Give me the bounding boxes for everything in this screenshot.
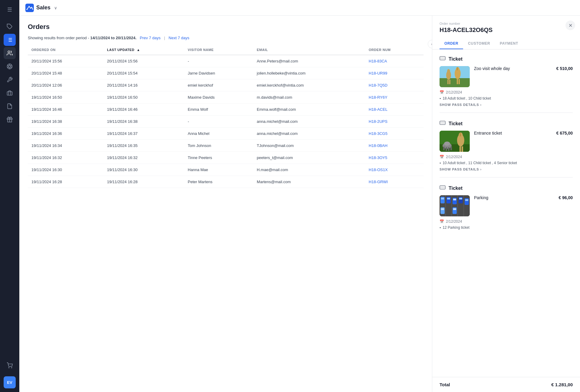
svg-rect-22 xyxy=(440,56,445,60)
svg-rect-27 xyxy=(448,69,449,72)
ticket-date-value-3: 2/12/2024 xyxy=(446,219,462,224)
content-area: Orders » Showing results from order peri… xyxy=(19,16,580,392)
table-row: 19/11/2024 16:32 19/11/2024 16:32 Tinne … xyxy=(28,152,424,164)
order-link-2[interactable]: H18-7Q5D xyxy=(369,83,388,88)
svg-point-18 xyxy=(9,368,9,368)
cell-order-num-7[interactable]: H18-0BAH xyxy=(365,140,424,152)
calendar-icon-1: 📅 xyxy=(440,90,444,94)
show-pass-details-1[interactable]: SHOW PASS DETAILS › xyxy=(440,103,573,107)
user-avatar[interactable]: EV xyxy=(4,376,16,388)
cell-last-updated-0: 20/11/2024 15:56 xyxy=(103,55,184,67)
calendar-icon-3: 📅 xyxy=(440,219,444,224)
col-ordered-on[interactable]: ORDERED ON xyxy=(28,45,103,55)
order-link-5[interactable]: H18-2UPS xyxy=(369,119,388,124)
cell-order-num-6[interactable]: H18-3CG5 xyxy=(365,128,424,140)
table-row: 19/11/2024 16:46 19/11/2024 16:46 Emma W… xyxy=(28,104,424,116)
order-link-6[interactable]: H18-3CG5 xyxy=(369,131,388,136)
svg-rect-57 xyxy=(441,198,444,199)
col-visitor-name[interactable]: VISITOR NAME xyxy=(184,45,253,55)
order-link-7[interactable]: H18-0BAH xyxy=(369,143,388,148)
sort-arrow-icon: ▲ xyxy=(137,48,140,52)
cell-ordered-on-9: 19/11/2024 16:30 xyxy=(28,164,103,176)
table-row: 20/11/2024 15:56 20/11/2024 15:56 - Anne… xyxy=(28,55,424,67)
svg-rect-34 xyxy=(459,79,460,84)
col-last-updated[interactable]: LAST UPDATED ▲ xyxy=(103,45,184,55)
id-card-icon[interactable] xyxy=(4,87,16,99)
order-link-8[interactable]: H18-3OY5 xyxy=(369,155,387,160)
order-link-0[interactable]: H18-83CA xyxy=(369,59,387,63)
cell-last-updated-5: 19/11/2024 16:38 xyxy=(103,116,184,128)
order-link-1[interactable]: H18-UR99 xyxy=(369,71,387,75)
ticket-date-2: 📅 2/12/2024 xyxy=(440,155,573,159)
ticket-qty-1: ▪ 18 Adult ticket , 10 Child ticket xyxy=(440,96,573,100)
promotions-icon[interactable] xyxy=(4,60,16,72)
cell-order-num-2[interactable]: H18-7Q5D xyxy=(365,79,424,91)
col-order-num[interactable]: ORDER NUM xyxy=(365,45,424,55)
detail-header: ✕ Order number H18-ACEL32O6QS ORDER CUST… xyxy=(432,16,580,49)
tag-icon[interactable] xyxy=(4,21,16,33)
cell-order-num-1[interactable]: H18-UR99 xyxy=(365,67,424,79)
tab-order[interactable]: ORDER xyxy=(440,38,463,49)
cell-last-updated-1: 20/11/2024 15:54 xyxy=(103,67,184,79)
cell-visitor-name-3: Maxime Davids xyxy=(184,91,253,104)
topbar: Sales ∨ xyxy=(19,0,580,16)
prev-7-days-link[interactable]: Prev 7 days xyxy=(140,36,161,40)
order-link-10[interactable]: H18-GRWI xyxy=(369,180,388,184)
separator: | xyxy=(164,36,165,40)
cell-order-num-3[interactable]: H18-RY6Y xyxy=(365,91,424,104)
svg-rect-35 xyxy=(440,121,445,124)
col-email[interactable]: EMAIL xyxy=(253,45,365,55)
cell-order-num-8[interactable]: H18-3OY5 xyxy=(365,152,424,164)
ticket-qty-3: ▪ 12 Parking ticket xyxy=(440,225,573,230)
table-row: 19/11/2024 16:50 19/11/2024 16:50 Maxime… xyxy=(28,91,424,104)
hamburger-icon[interactable]: ☰ xyxy=(4,4,16,16)
cell-visitor-name-7: Tom Johnson xyxy=(184,140,253,152)
ticket-qty-2: ▪ 10 Adult ticket , 11 Child ticket , 4 … xyxy=(440,161,573,165)
cell-order-num-9[interactable]: H18-OS1X xyxy=(365,164,424,176)
svg-rect-41 xyxy=(459,146,461,152)
date-from: 14/11/2024 xyxy=(90,36,110,40)
cell-email-8: peeters_t@mail.com xyxy=(253,152,365,164)
ticket-icon-2 xyxy=(440,120,446,127)
cell-order-num-5[interactable]: H18-2UPS xyxy=(365,116,424,128)
orders-list-icon[interactable] xyxy=(4,34,16,46)
detail-total: Total € 1.281,00 xyxy=(432,377,580,392)
cell-visitor-name-1: Jarne Davidsen xyxy=(184,67,253,79)
cart-icon[interactable] xyxy=(4,359,16,371)
calendar-icon-2: 📅 xyxy=(440,155,444,159)
ticket-image-2 xyxy=(440,131,470,152)
ticket-label-2: Ticket xyxy=(449,121,462,126)
gift-icon[interactable] xyxy=(4,113,16,126)
tools-icon[interactable] xyxy=(4,74,16,86)
table-row: 19/11/2024 16:28 19/11/2024 16:28 Peter … xyxy=(28,176,424,188)
collapse-button[interactable]: » xyxy=(428,40,432,48)
order-number-label: Order number xyxy=(440,22,573,25)
cell-visitor-name-0: - xyxy=(184,55,253,67)
ticket-section-3: Ticket xyxy=(440,185,573,237)
order-link-4[interactable]: H18-ACEL xyxy=(369,107,388,112)
ticket-info-3: Parking xyxy=(474,195,554,200)
ticket-name-1: Zoo visit whole day xyxy=(474,66,552,71)
cell-ordered-on-10: 19/11/2024 16:28 xyxy=(28,176,103,188)
cell-visitor-name-5: - xyxy=(184,116,253,128)
ticket-qty-icon-2: ▪ xyxy=(440,161,441,165)
cell-order-num-10[interactable]: H18-GRWI xyxy=(365,176,424,188)
ticket-section-2: Ticket xyxy=(440,120,573,177)
svg-rect-48 xyxy=(450,147,452,150)
tab-customer[interactable]: CUSTOMER xyxy=(463,38,495,49)
cell-ordered-on-0: 20/11/2024 15:56 xyxy=(28,55,103,67)
cell-order-num-4[interactable]: H18-ACEL xyxy=(365,104,424,116)
order-link-3[interactable]: H18-RY6Y xyxy=(369,95,388,100)
close-button[interactable]: ✕ xyxy=(566,21,575,30)
app-chevron-icon[interactable]: ∨ xyxy=(54,5,57,10)
svg-rect-65 xyxy=(441,208,444,210)
cell-ordered-on-8: 19/11/2024 16:32 xyxy=(28,152,103,164)
order-link-9[interactable]: H18-OS1X xyxy=(369,167,388,172)
show-pass-details-2[interactable]: SHOW PASS DETAILS › xyxy=(440,167,573,171)
next-7-days-link[interactable]: Next 7 days xyxy=(169,36,189,40)
customers-icon[interactable] xyxy=(4,47,16,59)
ticket-label-1: Ticket xyxy=(449,56,462,62)
tab-payment[interactable]: PAYMENT xyxy=(495,38,523,49)
cell-order-num-0[interactable]: H18-83CA xyxy=(365,55,424,67)
document-icon[interactable] xyxy=(4,100,16,112)
